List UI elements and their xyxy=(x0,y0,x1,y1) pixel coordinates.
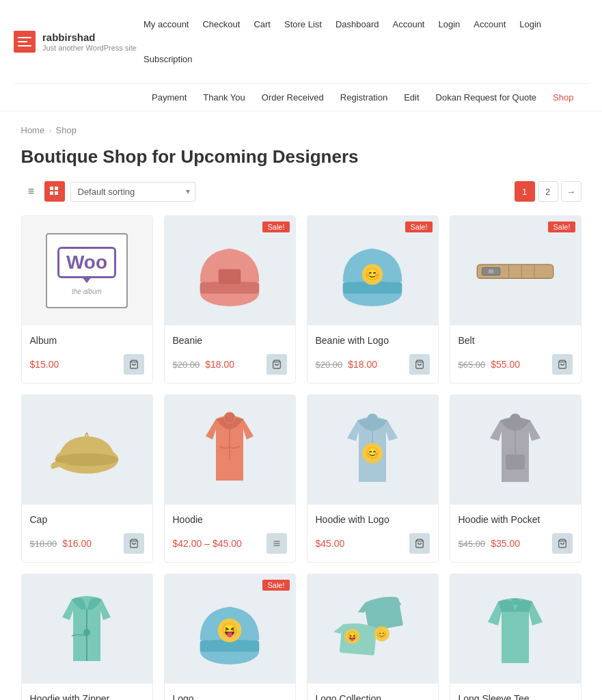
price-current-beanie-logo: $18.00 xyxy=(348,359,377,370)
product-card-hoodie-logo: 😊 Hoodie with Logo $45.00 xyxy=(307,394,439,563)
product-image-hoodie-pocket[interactable] xyxy=(450,395,581,504)
nav-divider: Payment Thank You Order Received Registr… xyxy=(14,83,588,111)
price-original-beanie: $20.00 xyxy=(173,360,200,370)
view-toggle: ≡ xyxy=(21,181,65,202)
list-view-button[interactable]: ≡ xyxy=(21,181,42,202)
add-to-cart-cap[interactable] xyxy=(124,533,144,554)
svg-rect-3 xyxy=(55,191,58,195)
site-tagline: Just another WordPress site xyxy=(42,44,137,52)
add-to-cart-hoodie-pocket[interactable] xyxy=(552,533,573,554)
product-card-beanie: Sale! Beanie $20.00 $18.00 xyxy=(164,215,296,383)
product-name-cap: Cap xyxy=(30,514,144,525)
nav-login-1[interactable]: Login xyxy=(431,7,467,42)
product-name-hoodie-pocket: Hoodie with Pocket xyxy=(459,514,573,525)
product-image-hoodie-zipper[interactable] xyxy=(22,574,152,684)
sort-wrapper: Default sorting Sort by popularity Sort … xyxy=(70,182,195,202)
svg-point-30 xyxy=(367,414,378,425)
nav-cart[interactable]: Cart xyxy=(247,7,277,42)
add-to-cart-hoodie[interactable] xyxy=(266,533,287,554)
svg-rect-17 xyxy=(489,269,493,273)
nav-account-1[interactable]: Account xyxy=(386,7,432,42)
product-info-long-sleeve: Long Sleeve Tee $25.00 xyxy=(450,684,581,700)
page-title: Boutique Shop for Upcoming Designers xyxy=(21,146,582,167)
price-group-cap: $18.00 $16.00 xyxy=(30,538,92,549)
product-price-beanie: $20.00 $18.00 xyxy=(173,354,287,375)
page-next-button[interactable]: → xyxy=(561,181,582,202)
page-1-button[interactable]: 1 xyxy=(515,181,535,202)
price-current-hoodie: $42.00 – $45.00 xyxy=(173,538,242,549)
nav-dashboard[interactable]: Dashboard xyxy=(329,7,386,42)
product-card-hoodie-zipper: Hoodie with Zipper $45.00 xyxy=(21,574,153,700)
product-name-hoodie: Hoodie xyxy=(173,514,287,525)
nav-subscription[interactable]: Subscription xyxy=(137,42,200,77)
nav-dokan-request[interactable]: Dokan Request for Quote xyxy=(428,84,545,111)
price-current-beanie: $18.00 xyxy=(205,359,234,370)
svg-rect-0 xyxy=(50,187,53,190)
nav-edit[interactable]: Edit xyxy=(396,84,427,111)
product-info-album: Album $15.00 xyxy=(22,325,152,383)
svg-text:😝: 😝 xyxy=(221,621,238,638)
product-info-logo: Logo $13.00 $11.00 xyxy=(165,684,295,700)
nav-registration[interactable]: Registration xyxy=(332,84,396,111)
product-image-hoodie[interactable] xyxy=(165,395,295,504)
cap-illustration xyxy=(42,418,131,482)
product-name-beanie-logo: Beanie with Logo xyxy=(316,335,430,346)
product-image-long-sleeve[interactable] xyxy=(450,574,581,684)
grid-view-button[interactable] xyxy=(44,181,65,202)
hoodie-pocket-illustration xyxy=(474,405,556,494)
cart-icon xyxy=(558,539,567,548)
cart-icon xyxy=(129,539,139,548)
product-info-hoodie: Hoodie $42.00 – $45.00 xyxy=(165,504,295,562)
site-title: rabbirshad xyxy=(42,31,137,44)
select-options-icon xyxy=(273,539,281,548)
sale-badge-logo: Sale! xyxy=(262,580,289,591)
nav-thank-you[interactable]: Thank You xyxy=(195,84,253,111)
product-image-album[interactable]: Woo the album xyxy=(22,216,152,325)
sort-select[interactable]: Default sorting Sort by popularity Sort … xyxy=(70,182,195,202)
breadcrumb: Home › Shop xyxy=(21,125,582,135)
nav-checkout[interactable]: Checkout xyxy=(195,7,247,42)
product-image-cap[interactable] xyxy=(22,395,152,504)
main-content: Home › Shop Boutique Shop for Upcoming D… xyxy=(8,111,595,700)
page-2-button[interactable]: 2 xyxy=(538,181,558,202)
nav-login-2[interactable]: Login xyxy=(512,7,548,42)
product-info-belt: Belt $65.00 $55.00 xyxy=(450,325,581,383)
product-price-beanie-logo: $20.00 $18.00 xyxy=(316,354,430,375)
price-original-belt: $65.00 xyxy=(459,360,486,370)
product-image-logo[interactable]: Sale! 😝 xyxy=(165,574,295,684)
add-to-cart-album[interactable] xyxy=(124,354,144,375)
nav-payment[interactable]: Payment xyxy=(143,84,195,111)
product-card-belt: Sale! Belt $65.00 $55.00 xyxy=(450,215,582,383)
shop-toolbar: ≡ Default sorting Sort by popularity Sor… xyxy=(21,181,582,202)
product-price-belt: $65.00 $55.00 xyxy=(459,354,573,375)
price-group-beanie: $20.00 $18.00 xyxy=(173,359,234,370)
product-image-hoodie-logo[interactable]: 😊 xyxy=(307,395,438,504)
nav-account-2[interactable]: Account xyxy=(467,7,512,42)
product-name-hoodie-zipper: Hoodie with Zipper xyxy=(30,693,144,700)
nav-order-received[interactable]: Order Received xyxy=(254,84,332,111)
product-image-belt[interactable]: Sale! xyxy=(450,216,581,325)
price-group-beanie-logo: $20.00 $18.00 xyxy=(316,359,377,370)
product-info-beanie: Beanie $20.00 $18.00 xyxy=(165,325,295,383)
breadcrumb-separator: › xyxy=(49,125,51,135)
price-original-cap: $18.00 xyxy=(30,539,57,549)
product-card-beanie-logo: Sale! 😊 Beanie with Logo $20.00 $18.00 xyxy=(307,215,439,383)
price-current-hoodie-logo: $45.00 xyxy=(316,538,345,549)
product-info-logo-collection: Logo Collection xyxy=(307,684,438,700)
nav-shop[interactable]: Shop xyxy=(545,84,582,111)
product-image-beanie[interactable]: Sale! xyxy=(165,216,295,325)
price-current-cap: $16.00 xyxy=(62,538,92,549)
price-group-belt: $65.00 $55.00 xyxy=(459,359,520,370)
price-original-hoodie-pocket: $45.00 xyxy=(459,539,486,549)
breadcrumb-home[interactable]: Home xyxy=(21,125,45,135)
nav-store-list[interactable]: Store List xyxy=(277,7,329,42)
add-to-cart-beanie[interactable] xyxy=(266,354,287,375)
add-to-cart-hoodie-logo[interactable] xyxy=(409,533,430,554)
add-to-cart-belt[interactable] xyxy=(552,354,573,375)
product-image-logo-collection[interactable]: 😊 😝 xyxy=(307,574,438,684)
product-image-beanie-logo[interactable]: Sale! 😊 xyxy=(307,216,438,325)
add-to-cart-beanie-logo[interactable] xyxy=(409,354,430,375)
nav-my-account[interactable]: My account xyxy=(137,7,195,42)
sale-badge-beanie: Sale! xyxy=(262,221,289,232)
product-info-hoodie-pocket: Hoodie with Pocket $45.00 $35.00 xyxy=(450,504,581,562)
